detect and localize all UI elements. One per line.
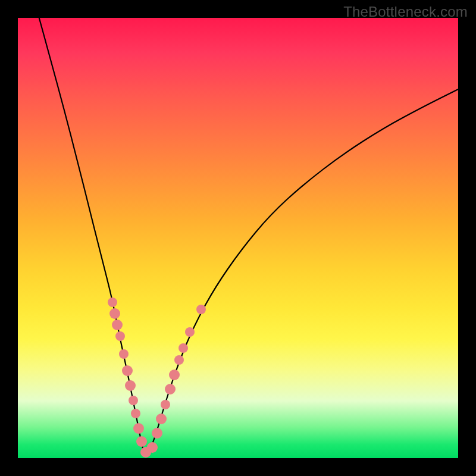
bead: [131, 409, 140, 418]
bead: [165, 384, 176, 394]
bead: [129, 396, 138, 405]
bead: [112, 320, 123, 330]
bead: [174, 355, 184, 365]
bead: [152, 428, 162, 439]
bead: [119, 349, 129, 359]
bead: [125, 380, 136, 391]
chart-frame: TheBottleneck.com: [0, 0, 476, 476]
bead: [185, 327, 195, 337]
watermark-text: TheBottleneck.com: [343, 4, 468, 20]
bead: [122, 365, 133, 376]
bead: [196, 305, 206, 314]
bottleneck-curve: [37, 12, 458, 453]
bead: [133, 423, 144, 434]
bead: [115, 331, 125, 341]
beads-group: [108, 298, 206, 458]
bead: [156, 414, 167, 424]
bead: [136, 436, 147, 447]
bead: [161, 400, 170, 409]
bead: [169, 369, 180, 380]
bead: [109, 308, 120, 319]
bead: [108, 298, 117, 307]
bead: [178, 343, 188, 353]
plot-area: [18, 18, 458, 458]
bead: [147, 442, 158, 453]
curve-svg: [18, 18, 458, 458]
